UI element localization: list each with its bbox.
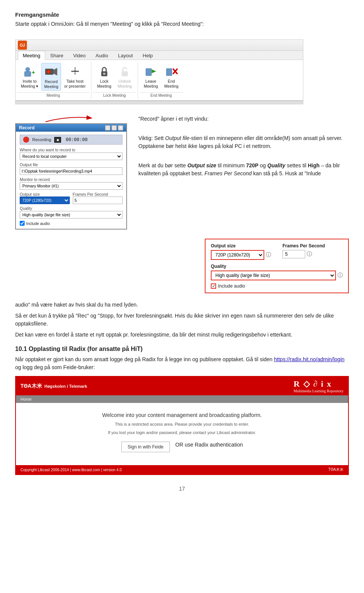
arrow-to-record bbox=[15, 115, 127, 123]
ribbon-body: Invite toMeeting ▾ RecordMeetin bbox=[16, 60, 303, 101]
ribbon-item-lock[interactable]: LockMeeting bbox=[94, 63, 114, 90]
op-include-audio-row: Include audio bbox=[211, 283, 343, 289]
quality-label: Quality bbox=[20, 206, 122, 211]
frames-note: audio" må være haket av hvis skal du ha … bbox=[15, 301, 349, 309]
radix-buttons: Sign in with Feide OR use Radix authenti… bbox=[31, 442, 333, 452]
tab-help[interactable]: Help bbox=[138, 51, 158, 60]
important-note: Viktig: Sett Output file-stien til en mi… bbox=[138, 134, 349, 150]
ribbon-group-lock-items: LockMeeting UnlockMeeting bbox=[93, 61, 136, 91]
leave-icon bbox=[144, 64, 158, 78]
output-detail-panel: Output size 720P (1280x720) ⓘ Frames Per… bbox=[205, 239, 349, 293]
radix-login-link[interactable]: https://radix.hit.no/admin/login bbox=[274, 356, 345, 362]
tab-audio[interactable]: Audio bbox=[91, 51, 113, 60]
radix-screenshot: ΤΘΑ木米 Høgskolen i Telemark R ◇ ∂ i x Mul… bbox=[15, 376, 349, 475]
recording-status: Recording ■ 00:00:00 bbox=[20, 135, 122, 145]
close-button[interactable]: ✕ bbox=[118, 125, 123, 131]
op-quality-label: Quality bbox=[211, 264, 343, 269]
ribbon-titlebar: OJ bbox=[16, 40, 303, 51]
radix-logo-sub: Multimedia Learning Repository bbox=[293, 389, 344, 393]
svg-rect-15 bbox=[166, 68, 172, 76]
output-file-row: Output file bbox=[20, 162, 122, 175]
invite-label: Invite toMeeting ▾ bbox=[21, 79, 38, 88]
radix-footer-logo: ΤΘΑ木米 bbox=[328, 467, 344, 472]
takehost-icon bbox=[68, 64, 82, 78]
svg-rect-12 bbox=[122, 71, 128, 76]
recording-label: Recording bbox=[32, 137, 51, 142]
record-label: RecordMeeting bbox=[44, 79, 58, 89]
monitor-row: Monitor to record Primary Monitor (#1) bbox=[20, 177, 122, 190]
ribbon-item-record[interactable]: RecordMeeting bbox=[41, 63, 61, 91]
det-kan-note: Det kan være en fordel å starte et nytt … bbox=[15, 331, 349, 339]
ribbon-tabs: Meeting Share Video Audio Layout Help bbox=[16, 51, 303, 60]
where-select[interactable]: Record to local computer bbox=[20, 153, 122, 160]
stop-button[interactable]: ■ bbox=[54, 137, 61, 143]
ribbon-item-end[interactable]: EndMeeting bbox=[162, 63, 181, 90]
section-101-heading: 10.1 Opplasting til Radix (for ansatte p… bbox=[15, 346, 349, 352]
quality-select[interactable]: High quality (large file size) bbox=[20, 211, 122, 219]
minimize-button[interactable]: – bbox=[105, 125, 110, 131]
ribbon-item-invite[interactable]: Invite toMeeting ▾ bbox=[19, 63, 41, 90]
ribbon-item-takehost[interactable]: Take hostor presenter bbox=[62, 63, 88, 90]
ribbon-group-lock: LockMeeting UnlockMeeting Lock Meetin bbox=[91, 61, 138, 99]
lock-label: LockMeeting bbox=[97, 79, 111, 88]
lock-icon bbox=[97, 64, 111, 78]
svg-rect-13 bbox=[146, 68, 152, 76]
op-output-size-select[interactable]: 720P (1280x720) bbox=[211, 250, 264, 260]
rec-stop-note: Så er det kun å trykke på "Rec" og "Stop… bbox=[15, 312, 349, 328]
rec-dot bbox=[23, 137, 29, 143]
page-content: Fremgangsmåte Starte opptak i OmniJoin: … bbox=[15, 11, 349, 492]
op-include-audio-checkbox[interactable] bbox=[211, 283, 216, 289]
ribbon-item-unlock[interactable]: UnlockMeeting bbox=[115, 63, 135, 90]
info-icon-2: ⓘ bbox=[307, 251, 312, 258]
svg-point-1 bbox=[25, 67, 30, 72]
ribbon-group-lock-label: Lock Meeting bbox=[93, 92, 136, 99]
monitor-label: Monitor to record bbox=[20, 177, 122, 182]
sign-in-feide-button[interactable]: Sign in with Feide bbox=[121, 442, 170, 452]
output-size-select[interactable]: 720P (1280x720) bbox=[20, 197, 70, 204]
ribbon-scrollbar bbox=[16, 101, 303, 104]
end-icon bbox=[165, 64, 178, 78]
radix-restricted-text: This is a restricted access area. Please… bbox=[31, 421, 333, 428]
radix-footer-copyright: Copyright Libcast 2006-2014 | www.libcas… bbox=[20, 468, 122, 472]
op-quality-select[interactable]: High quality (large file size) bbox=[211, 271, 336, 280]
record-dialog-titlebar: Record – □ ✕ bbox=[16, 124, 126, 132]
tab-video[interactable]: Video bbox=[68, 51, 91, 60]
intro-text: Starte opptak i OmniJoin: Gå til menyen … bbox=[15, 20, 349, 28]
output-size-note: Merk at du bør sette Output size til min… bbox=[138, 162, 349, 178]
ribbon-group-end-label: End Meeting bbox=[140, 92, 183, 99]
radix-logo-text: R ◇ ∂ i x bbox=[293, 379, 332, 389]
ribbon-group-meeting: Invite toMeeting ▾ RecordMeetin bbox=[16, 61, 91, 99]
output-file-input[interactable] bbox=[20, 167, 122, 175]
record-title: Record bbox=[19, 125, 35, 131]
takehost-label: Take hostor presenter bbox=[64, 79, 86, 88]
radix-topbar: ΤΘΑ木米 Høgskolen i Telemark R ◇ ∂ i x Mul… bbox=[16, 377, 348, 395]
record-dialog: Record – □ ✕ Recording ■ 00:00:00 bbox=[15, 123, 127, 230]
radix-forgot-text: If you lost your login and/or password, … bbox=[31, 429, 333, 436]
ribbon-item-leave[interactable]: LeaveMeeting bbox=[141, 63, 161, 90]
unlock-icon bbox=[118, 64, 132, 78]
svg-rect-11 bbox=[103, 73, 105, 75]
maximize-button[interactable]: □ bbox=[111, 125, 117, 131]
fps-input[interactable] bbox=[73, 197, 123, 204]
fps-label: Frames Per Second bbox=[73, 192, 108, 197]
omnijoin-ribbon-screenshot: OJ Meeting Share Video Audio Layout Help bbox=[15, 39, 303, 104]
tab-layout[interactable]: Layout bbox=[113, 51, 138, 60]
omnijoin-logo: OJ bbox=[18, 41, 27, 50]
radix-nav: Home bbox=[16, 395, 348, 403]
include-audio-checkbox[interactable] bbox=[20, 221, 25, 226]
quality-panel-row: Quality High quality (large file size) ⓘ bbox=[211, 264, 343, 280]
rec-timer: 00:00:00 bbox=[66, 137, 88, 142]
section-heading: Fremgangsmåte bbox=[15, 11, 349, 18]
monitor-select[interactable]: Primary Monitor (#1) bbox=[20, 182, 122, 190]
end-label: EndMeeting bbox=[164, 79, 178, 88]
fps-row-panel: ⓘ bbox=[282, 250, 343, 258]
op-fps-input[interactable] bbox=[282, 250, 305, 258]
tab-meeting[interactable]: Meeting bbox=[18, 51, 45, 60]
window-buttons: – □ ✕ bbox=[105, 125, 123, 131]
section-101-header: 10.1 Opplasting til Radix (for ansatte p… bbox=[15, 346, 349, 352]
hit-rune-logo: ΤΘΑ木米 bbox=[20, 383, 42, 390]
radix-left-logo: ΤΘΑ木米 Høgskolen i Telemark bbox=[20, 383, 87, 390]
record-dialog-wrapper: Record – □ ✕ Recording ■ 00:00:00 bbox=[15, 115, 127, 230]
tab-share[interactable]: Share bbox=[45, 51, 68, 60]
svg-point-7 bbox=[47, 71, 50, 73]
